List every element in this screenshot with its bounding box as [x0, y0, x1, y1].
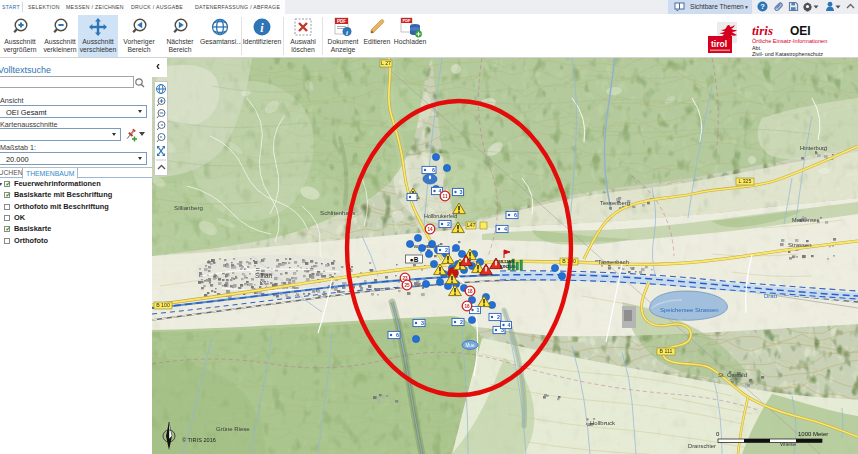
svg-text:6: 6 [514, 212, 517, 218]
svg-text:PDF: PDF [402, 18, 411, 23]
svg-text:16: 16 [464, 304, 470, 309]
svg-text:EINZUG: EINZUG [500, 264, 516, 269]
svg-text:Grüne Riese: Grüne Riese [216, 426, 250, 432]
svg-text:St. Oswald: St. Oswald [718, 372, 747, 378]
svg-text:Drau: Drau [764, 293, 777, 299]
svg-text:2: 2 [497, 314, 500, 320]
svg-text:●B: ●B [410, 256, 419, 263]
svg-text:Örtliche Einsatz-Informationen: Örtliche Einsatz-Informationen [752, 38, 827, 44]
svg-text:1: 1 [477, 307, 480, 313]
svg-text:14: 14 [427, 227, 433, 232]
svg-text:?: ? [760, 2, 765, 11]
svg-text:25: 25 [404, 283, 410, 288]
svg-text:tirol: tirol [711, 39, 727, 49]
svg-text:Hollbruck: Hollbruck [590, 420, 616, 426]
svg-text:Sillianberg: Sillianberg [174, 204, 203, 211]
svg-text:1000 Meter: 1000 Meter [798, 431, 828, 437]
svg-text:3: 3 [421, 320, 424, 326]
svg-text:6: 6 [432, 167, 435, 173]
svg-text:2: 2 [447, 221, 450, 227]
svg-text:L 27: L 27 [381, 60, 391, 66]
svg-text:Strassen: Strassen [788, 242, 812, 248]
svg-text:OEI: OEI [790, 24, 811, 38]
svg-text:L47: L47 [467, 222, 476, 228]
svg-text:2: 2 [460, 319, 463, 325]
svg-text:Tassenbach: Tassenbach [598, 259, 629, 265]
svg-text:B 100: B 100 [156, 302, 170, 308]
svg-text:Sillian: Sillian [255, 272, 272, 279]
svg-text:Speichersee Strassen: Speichersee Strassen [660, 307, 719, 313]
svg-text:Dranschier: Dranschier [688, 443, 716, 449]
svg-text:11: 11 [443, 194, 448, 199]
svg-text:i: i [346, 29, 348, 37]
svg-text:Messensee: Messensee [792, 217, 820, 223]
svg-text:L 325: L 325 [739, 178, 752, 184]
svg-text:Hinterburg: Hinterburg [800, 145, 827, 151]
svg-text:PDF: PDF [337, 19, 346, 24]
svg-text:4: 4 [504, 226, 507, 232]
svg-text:6: 6 [396, 332, 399, 338]
svg-text:2: 2 [445, 247, 448, 253]
svg-text:Zivil- und Katastrophenschutz: Zivil- und Katastrophenschutz [752, 51, 823, 57]
svg-text:4: 4 [508, 322, 511, 328]
svg-text:© TIRIS 2016: © TIRIS 2016 [182, 437, 216, 443]
svg-text:3: 3 [460, 189, 463, 195]
svg-text:B 111: B 111 [660, 348, 673, 354]
svg-text:tiris: tiris [752, 23, 773, 38]
svg-text:Tessenberg: Tessenberg [600, 200, 630, 206]
svg-text:Mue: Mue [466, 343, 475, 348]
svg-text:18: 18 [467, 289, 473, 294]
